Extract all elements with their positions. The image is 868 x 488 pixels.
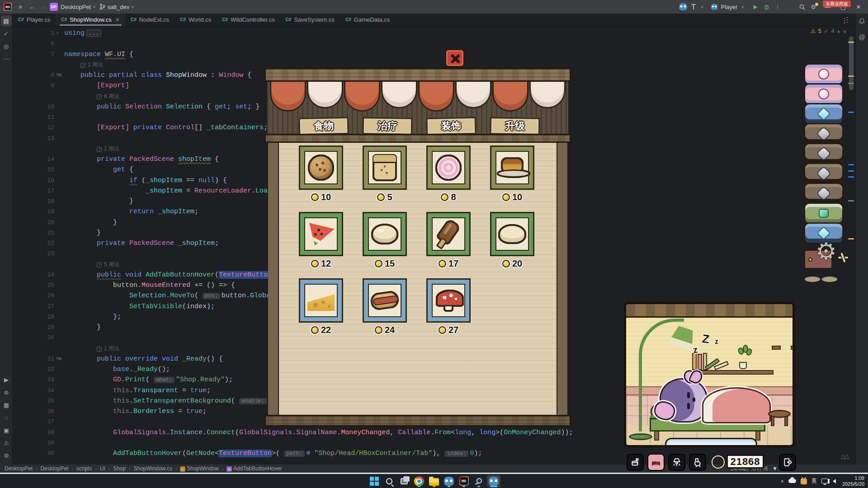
chest-blue[interactable] xyxy=(804,103,844,125)
breadcrumb-item[interactable]: ShopWindow.cs xyxy=(134,465,172,472)
usages-hint[interactable]: ↗6 用法 xyxy=(97,91,119,102)
tab-NodeExt.cs[interactable]: C#NodeExt.cs xyxy=(125,14,175,26)
shop-item-bag[interactable] xyxy=(363,145,407,190)
mailbox-button[interactable] xyxy=(627,454,644,471)
shop-item-hotdog[interactable] xyxy=(363,278,407,323)
next-problem-icon[interactable]: ∨ xyxy=(843,29,846,34)
breadcrumb-item[interactable]: DesktopPet xyxy=(40,465,68,472)
back-icon[interactable]: ← xyxy=(26,2,38,12)
chest-brown[interactable] xyxy=(804,183,844,204)
shop-tab-装饰[interactable]: 装饰 xyxy=(426,117,477,136)
shop-item-dumpling[interactable] xyxy=(363,212,407,256)
problems-icon[interactable]: ⚠ xyxy=(1,437,12,448)
project-name[interactable]: DesktopPet xyxy=(61,4,91,10)
plugins-icon[interactable]: ▦ xyxy=(1,399,12,410)
bed-button[interactable] xyxy=(647,454,665,471)
tab-World.cs[interactable]: C#World.cs xyxy=(175,14,217,26)
editor-kebab-icon[interactable]: ⋮ xyxy=(841,16,848,25)
debug-icon[interactable]: ⊚ xyxy=(1,387,12,398)
taskbar-app-godot[interactable] xyxy=(442,475,456,488)
terminal-icon[interactable]: ▣ xyxy=(1,425,12,436)
run-button[interactable]: ▶ xyxy=(750,2,761,12)
stripe-mark[interactable] xyxy=(848,83,854,84)
debug-button[interactable] xyxy=(763,4,770,10)
stripe-mark[interactable] xyxy=(848,176,854,178)
shop-tab-治疗[interactable]: 治疗 xyxy=(362,117,413,136)
taskbar-app-chrome[interactable] xyxy=(412,475,426,488)
notifications-bell-icon[interactable] xyxy=(857,15,868,26)
taskbar-app-steam[interactable] xyxy=(472,475,486,488)
shop-item-cheese[interactable] xyxy=(299,278,343,323)
run-config-name[interactable]: Player xyxy=(721,4,738,10)
vcs-icon[interactable]: ✓ xyxy=(1,28,12,39)
project-folder-icon[interactable]: ▤ xyxy=(1,15,12,26)
breadcrumb[interactable]: DesktopPet›DesktopPet›scripts›UI›Shop›Sh… xyxy=(5,465,282,472)
editor-scrollbar[interactable] xyxy=(847,26,855,465)
shop-item-pudding[interactable] xyxy=(490,145,534,190)
taskbar-app-search[interactable] xyxy=(382,475,396,488)
godot-editor-icon[interactable] xyxy=(679,3,687,10)
tab-ShopWindow.cs[interactable]: C#ShopWindow.cs✕ xyxy=(56,14,125,26)
more-actions-icon[interactable]: ⋮ xyxy=(772,2,783,12)
shop-tab-升级[interactable]: 升级 xyxy=(490,117,541,136)
breadcrumb-item[interactable]: scripts xyxy=(76,465,92,472)
shop-item-popsicle[interactable] xyxy=(426,212,471,256)
door-button[interactable] xyxy=(779,454,796,471)
usages-hint[interactable]: ↗1 用法 xyxy=(97,343,119,354)
inspections-widget[interactable]: ⚠5 ✓4 ∧ ∨ xyxy=(811,28,846,34)
tab-SaveSystem.cs[interactable]: C#SaveSystem.cs xyxy=(280,14,340,26)
prev-problem-icon[interactable]: ∧ xyxy=(837,29,840,34)
pet-tray-icon[interactable] xyxy=(801,479,807,484)
stripe-mark[interactable] xyxy=(848,42,854,43)
usages-hint[interactable]: ↗5 用法 xyxy=(97,259,119,270)
taskbar-app-explorer[interactable] xyxy=(427,475,441,488)
settings-icon[interactable]: ⚙ xyxy=(1,450,12,461)
branch-name[interactable]: salt_dev xyxy=(108,4,129,10)
stripe-mark[interactable] xyxy=(848,200,854,202)
usages-hint[interactable]: ↗1 用法 xyxy=(80,60,103,70)
shop-close-button[interactable] xyxy=(445,49,465,67)
network-icon[interactable] xyxy=(821,479,828,483)
override-gutter-icon[interactable]: ^o xyxy=(56,354,74,364)
run-icon[interactable]: ▶ xyxy=(1,374,12,385)
stripe-mark[interactable] xyxy=(848,112,854,113)
chest-pearl[interactable] xyxy=(804,63,844,85)
tray-expand-icon[interactable]: ∧ xyxy=(781,479,784,483)
chest-brown[interactable] xyxy=(804,123,844,145)
breadcrumb-item[interactable]: DesktopPet xyxy=(5,465,33,472)
shop-item-candy[interactable] xyxy=(426,145,471,190)
forward-icon[interactable]: → xyxy=(38,2,50,12)
structure-icon[interactable]: ◎ xyxy=(1,41,12,52)
more-icon[interactable]: ⋯ xyxy=(1,53,12,64)
shop-item-mushroom[interactable] xyxy=(426,278,471,323)
gacha-machine[interactable]: ⚙ xyxy=(804,243,845,275)
chest-brown[interactable] xyxy=(804,163,844,184)
toilet-button[interactable] xyxy=(689,454,706,471)
volume-icon[interactable] xyxy=(833,479,836,483)
override-gutter-icon[interactable]: ^o xyxy=(56,70,74,80)
run-config-chevron-icon[interactable]: ∨ xyxy=(741,5,744,9)
stripe-mark[interactable] xyxy=(848,164,854,165)
breadcrumb-item[interactable]: UI xyxy=(100,465,105,472)
chest-brown[interactable] xyxy=(804,143,844,164)
breadcrumb-item[interactable]: CShopWindow xyxy=(180,465,219,472)
tab-Player.cs[interactable]: C#Player.cs xyxy=(13,14,56,26)
build-hammer-icon[interactable] xyxy=(690,3,697,10)
build-chevron-icon[interactable]: ∨ xyxy=(701,5,704,9)
onedrive-icon[interactable] xyxy=(788,479,796,483)
scrollbar-thumb[interactable] xyxy=(849,36,854,90)
ai-assistant-icon[interactable]: @ xyxy=(857,32,868,42)
shop-item-cookie[interactable] xyxy=(299,145,343,190)
stripe-mark[interactable] xyxy=(848,238,854,239)
taskbar-app-godot[interactable] xyxy=(487,475,500,488)
shop-tab-食物[interactable]: 食物 xyxy=(298,117,349,136)
window-close-button[interactable]: ✕ xyxy=(852,1,865,12)
main-menu-icon[interactable]: ≡ xyxy=(14,2,26,12)
chest-green[interactable] xyxy=(804,202,844,224)
tab-close-icon[interactable]: ✕ xyxy=(115,17,120,23)
taskbar-app-start[interactable] xyxy=(368,475,381,488)
usages-hint[interactable]: ↗2 用法 xyxy=(97,144,119,154)
breadcrumb-item[interactable]: mAddTabButtonHover xyxy=(226,465,282,472)
shop-item-bread[interactable] xyxy=(490,212,534,256)
shop-item-watermelon[interactable] xyxy=(299,212,343,256)
